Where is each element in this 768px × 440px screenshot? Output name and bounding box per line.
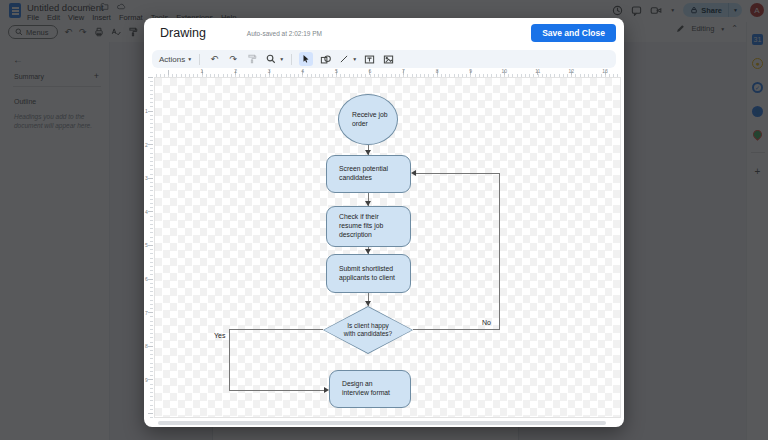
vertical-ruler: 123456789 [146,77,153,418]
no-connector-h1[interactable] [413,329,499,330]
drawing-toolbar: Actions ▼ ↶ ↷ ▼ ▼ [152,50,616,68]
undo-icon[interactable]: ↶ [207,52,221,66]
no-connector-v[interactable] [499,173,500,330]
flowchart-node-design[interactable]: Design an interview format [329,370,411,408]
yes-edge-label[interactable]: Yes [214,332,225,339]
save-and-close-button[interactable]: Save and Close [531,24,616,42]
ruler-number-3: 4 [301,68,304,74]
no-edge-label[interactable]: No [482,319,491,326]
zoom-tool[interactable]: ▼ [264,52,284,66]
line-tool[interactable]: ▼ [337,52,357,66]
insert-image-icon[interactable] [381,52,395,66]
node-label: Receive job order [352,111,397,129]
toolbar-separator [291,54,292,65]
node-label: Is client happy with candidates? [344,322,392,339]
ruler-number-5: 6 [369,68,372,74]
yes-connector-h1[interactable] [229,329,323,330]
flowchart-node-decision[interactable]: Is client happy with candidates? [323,306,413,354]
no-connector-h2[interactable] [416,173,499,174]
ruler-number-7: 8 [436,68,439,74]
horizontal-ruler: 12345678910111213 [154,70,620,77]
line-tool-icon [337,52,351,66]
yes-connector-h2[interactable] [229,390,325,391]
ruler-number-7: 8 [145,343,148,349]
ruler-number-6: 7 [402,68,405,74]
autosave-status: Auto-saved at 2:02:19 PM [247,30,322,37]
ruler-number-0: 1 [145,108,148,114]
actions-menu-button[interactable]: Actions ▼ [159,55,192,64]
actions-label: Actions [159,55,185,64]
ruler-number-2: 3 [145,175,148,181]
yes-connector-v[interactable] [229,329,230,390]
zoom-icon [264,52,278,66]
paint-format-icon[interactable] [245,52,259,66]
shape-tool-icon[interactable] [318,52,332,66]
node-label: Check if their resume fits job descripti… [339,213,410,240]
ruler-number-8: 9 [469,68,472,74]
ruler-number-0: 1 [201,68,204,74]
ruler-number-11: 12 [569,68,575,74]
node-label: Screen potential candidates [339,165,410,183]
flowchart-node-submit[interactable]: Submit shortlisted applicants to client [326,254,411,293]
screen: Untitled document ☆ FileEditViewInsertFo… [0,0,768,440]
ruler-number-10: 11 [535,68,540,74]
toolbar-separator [199,54,200,65]
ruler-number-3: 4 [145,209,148,215]
ruler-number-2: 3 [268,68,271,74]
ruler-number-4: 5 [335,68,338,74]
ruler-number-1: 2 [234,68,237,74]
redo-icon[interactable]: ↷ [226,52,240,66]
drawing-dialog: Drawing Auto-saved at 2:02:19 PM Save an… [144,18,624,427]
diamond-fill: Is client happy with candidates? [324,307,412,353]
ruler-number-6: 7 [145,310,148,316]
dialog-header: Drawing Auto-saved at 2:02:19 PM Save an… [144,18,624,48]
flowchart-node-start[interactable]: Receive job order [338,94,398,145]
dialog-title: Drawing [160,26,206,40]
ruler-number-5: 6 [145,276,148,282]
select-tool-icon[interactable] [299,52,313,66]
flowchart-node-check[interactable]: Check if their resume fits job descripti… [326,206,411,247]
horizontal-scrollbar[interactable] [158,421,606,425]
ruler-number-1: 2 [145,142,148,148]
flowchart-node-screen[interactable]: Screen potential candidates [326,155,411,193]
node-label: Submit shortlisted applicants to client [339,265,410,283]
drawing-canvas[interactable]: Yes No Receive job order Screen potentia… [154,77,621,418]
ruler-number-4: 5 [145,242,148,248]
ruler-number-12: 13 [602,68,608,74]
ruler-number-8: 9 [145,377,148,383]
node-label: Design an interview format [342,380,410,398]
ruler-number-9: 10 [501,68,507,74]
text-box-tool-icon[interactable] [362,52,376,66]
arrowhead [411,170,416,176]
